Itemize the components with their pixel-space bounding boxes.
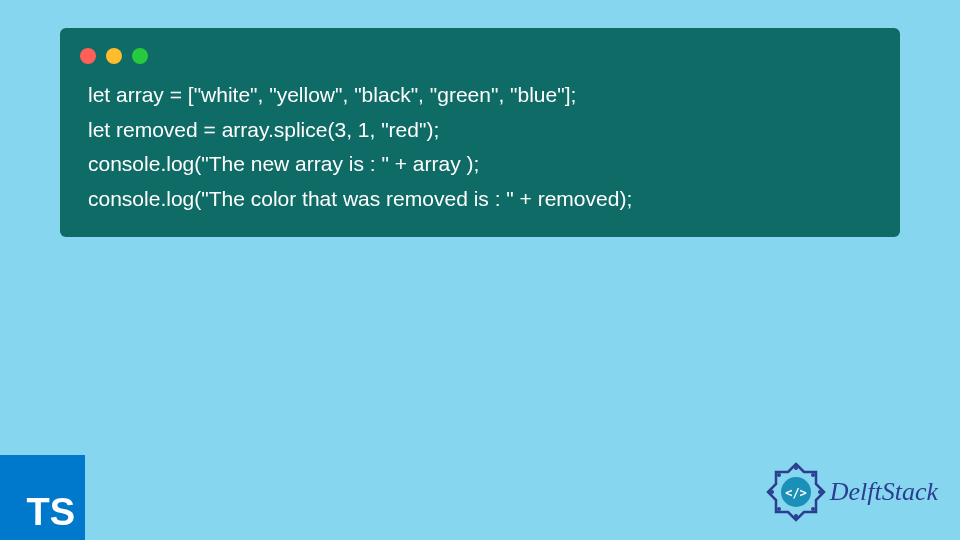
maximize-icon xyxy=(132,48,148,64)
svg-point-6 xyxy=(811,507,815,511)
svg-text:</>: </> xyxy=(785,486,807,500)
ts-badge-text: TS xyxy=(26,491,75,534)
svg-point-7 xyxy=(794,514,798,518)
delftstack-logo: </> DelftStack xyxy=(766,462,938,522)
svg-point-9 xyxy=(770,490,774,494)
window-controls xyxy=(60,40,900,78)
svg-point-8 xyxy=(777,507,781,511)
typescript-badge: TS xyxy=(0,455,85,540)
code-line-1: let array = ["white", "yellow", "black",… xyxy=(88,78,872,113)
svg-point-3 xyxy=(794,466,798,470)
svg-point-5 xyxy=(818,490,822,494)
brand-name: DelftStack xyxy=(830,477,938,507)
code-line-3: console.log("The new array is : " + arra… xyxy=(88,147,872,182)
code-content: let array = ["white", "yellow", "black",… xyxy=(60,78,900,217)
code-window: let array = ["white", "yellow", "black",… xyxy=(60,28,900,237)
close-icon xyxy=(80,48,96,64)
code-line-2: let removed = array.splice(3, 1, "red"); xyxy=(88,113,872,148)
minimize-icon xyxy=(106,48,122,64)
code-line-4: console.log("The color that was removed … xyxy=(88,182,872,217)
svg-point-10 xyxy=(777,473,781,477)
svg-point-4 xyxy=(811,473,815,477)
delftstack-icon: </> xyxy=(766,462,826,522)
